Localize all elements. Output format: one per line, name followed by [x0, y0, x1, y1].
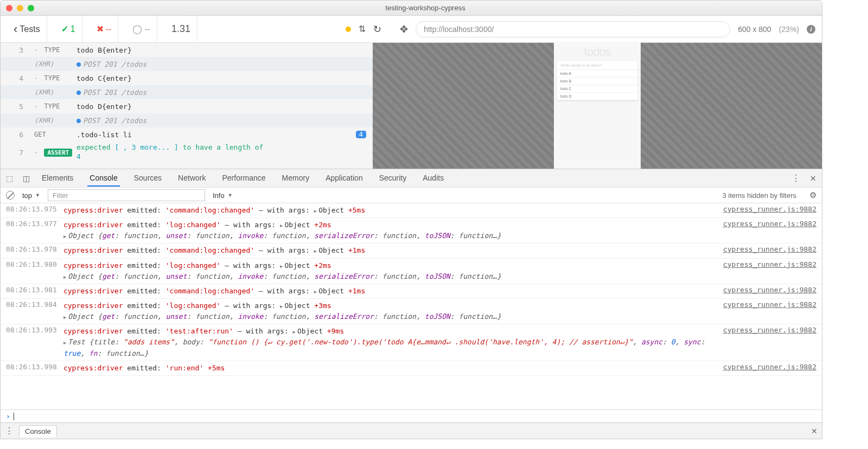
tests-label: Tests — [20, 24, 40, 34]
window-title: testing-workshop-cypress — [34, 4, 816, 12]
source-link[interactable]: cypress_runner.js:9882 — [723, 245, 816, 253]
hidden-count: 3 items hidden by filters — [722, 191, 796, 200]
window-titlebar: testing-workshop-cypress — [1, 1, 822, 16]
drawer-close-icon[interactable] — [811, 427, 818, 435]
app-preview: todos What needs to be done? todo Atodo … — [373, 43, 822, 169]
reload-icon[interactable] — [373, 23, 381, 35]
cypress-toolbar: Tests 1 -- -- 1.31 http://localhost:3000… — [1, 16, 822, 43]
console-settings-icon[interactable] — [809, 190, 816, 200]
todo-item[interactable]: todo A — [557, 70, 637, 78]
devtools-close-icon[interactable] — [810, 174, 816, 183]
command-row[interactable]: 3- TYPEtodo B{enter} — [1, 43, 373, 57]
duration: 1.31 — [171, 23, 190, 35]
source-link[interactable]: cypress_runner.js:9882 — [723, 205, 816, 213]
console-row[interactable]: 08:26:13.975cypress:driver emitted: 'com… — [1, 203, 822, 218]
todo-item[interactable]: todo B — [557, 78, 637, 85]
viewport-scale: (23%) — [779, 25, 799, 34]
devtools-tab-security[interactable]: Security — [377, 170, 409, 187]
info-icon[interactable]: i — [807, 25, 815, 34]
source-link[interactable]: cypress_runner.js:9882 — [723, 260, 816, 268]
command-log[interactable]: 3- TYPEtodo B{enter}(XHR)POST 201 /todos… — [1, 43, 373, 169]
console-row[interactable]: 08:26:13.984cypress:driver emitted: 'log… — [1, 299, 822, 324]
source-link[interactable]: cypress_runner.js:9882 — [723, 220, 816, 228]
autoscroll-icon[interactable] — [359, 24, 366, 34]
console-row[interactable]: 08:26:13.978cypress:driver emitted: 'com… — [1, 243, 822, 258]
command-row[interactable]: (XHR)POST 201 /todos — [1, 57, 373, 71]
context-selector[interactable]: top — [22, 191, 40, 200]
close-icon[interactable] — [6, 5, 12, 11]
pending-count: -- — [132, 24, 150, 34]
status-dot-icon — [346, 27, 351, 32]
todo-card: What needs to be done? todo Atodo Btodo … — [557, 61, 637, 100]
console-prompt[interactable] — [1, 409, 822, 422]
device-toolbar-icon[interactable] — [23, 174, 30, 183]
todo-title: todos — [554, 45, 641, 59]
viewport-size: 600 x 800 — [738, 25, 771, 34]
devtools-tab-console[interactable]: Console — [87, 170, 119, 187]
console-row[interactable]: 08:26:13.977cypress:driver emitted: 'log… — [1, 218, 822, 243]
devtools-tab-performance[interactable]: Performance — [220, 170, 267, 187]
passed-count: 1 — [61, 24, 75, 34]
source-link[interactable]: cypress_runner.js:9882 — [723, 286, 816, 294]
clear-console-icon[interactable] — [6, 191, 15, 200]
devtools-drawer: Console — [1, 422, 822, 439]
todo-item[interactable]: todo C — [557, 85, 637, 93]
devtools-tab-memory[interactable]: Memory — [280, 170, 312, 187]
level-selector[interactable]: Info — [213, 191, 233, 200]
preview-app[interactable]: todos What needs to be done? todo Atodo … — [554, 42, 641, 169]
command-row[interactable]: 6GET.todo-list li4 — [1, 127, 373, 142]
command-row[interactable]: 5- TYPEtodo D{enter} — [1, 99, 373, 113]
tests-back-button[interactable]: Tests — [14, 23, 40, 35]
traffic-lights — [6, 5, 34, 11]
console-row[interactable]: 08:26:13.993cypress:driver emitted: 'tes… — [1, 324, 822, 361]
devtools-tab-network[interactable]: Network — [176, 170, 208, 187]
devtools-tab-audits[interactable]: Audits — [420, 170, 446, 187]
console-output[interactable]: 08:26:13.975cypress:driver emitted: 'com… — [1, 203, 822, 409]
command-row[interactable]: (XHR)POST 201 /todos — [1, 85, 373, 99]
chevron-left-icon — [14, 23, 17, 35]
command-row[interactable]: (XHR)POST 201 /todos — [1, 113, 373, 127]
devtools-tab-sources[interactable]: Sources — [132, 170, 164, 187]
main-area: 3- TYPEtodo B{enter}(XHR)POST 201 /todos… — [1, 43, 822, 169]
source-link[interactable]: cypress_runner.js:9882 — [723, 326, 816, 334]
devtools-tabbar: ElementsConsoleSourcesNetworkPerformance… — [1, 169, 822, 187]
filter-input[interactable]: Filter — [48, 189, 205, 201]
drawer-tab-console[interactable]: Console — [19, 425, 57, 437]
failed-count: -- — [97, 24, 112, 34]
maximize-icon[interactable] — [28, 5, 34, 11]
command-row[interactable]: 4- TYPEtodo C{enter} — [1, 71, 373, 85]
command-row[interactable]: 7- ASSERTexpected [ , 3 more... ] to hav… — [1, 142, 373, 163]
source-link[interactable]: cypress_runner.js:9882 — [723, 300, 816, 309]
devtools-menu-icon[interactable] — [792, 173, 800, 183]
console-filter-bar: top Filter Info 3 items hidden by filter… — [1, 187, 822, 203]
todo-input[interactable]: What needs to be done? — [557, 61, 637, 70]
todo-item[interactable]: todo D — [557, 93, 637, 100]
devtools-tab-application[interactable]: Application — [323, 170, 365, 187]
match-count-badge: 4 — [356, 131, 366, 138]
url-text: http://localhost:3000/ — [424, 25, 494, 34]
source-link[interactable]: cypress_runner.js:9882 — [723, 363, 816, 371]
console-row[interactable]: 08:26:13.998cypress:driver emitted: 'run… — [1, 361, 822, 376]
inspect-icon[interactable] — [6, 174, 13, 183]
drawer-menu-icon[interactable] — [5, 426, 14, 436]
minimize-icon[interactable] — [17, 5, 23, 11]
url-bar[interactable]: http://localhost:3000/ — [416, 21, 730, 37]
devtools-tab-elements[interactable]: Elements — [40, 170, 75, 187]
console-row[interactable]: 08:26:13.981cypress:driver emitted: 'com… — [1, 284, 822, 299]
console-row[interactable]: 08:26:13.980cypress:driver emitted: 'log… — [1, 259, 822, 284]
selector-playground-icon[interactable] — [400, 23, 408, 35]
